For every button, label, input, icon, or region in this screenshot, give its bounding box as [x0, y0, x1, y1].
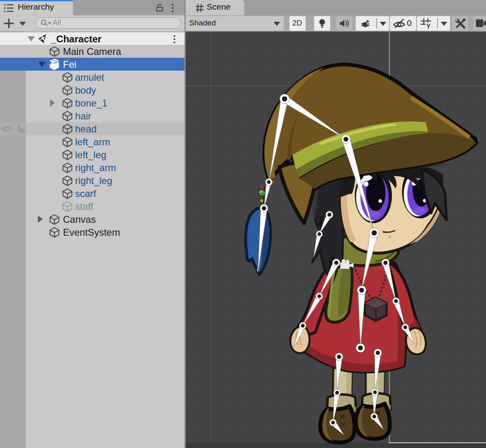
svg-text:Y: Y [426, 23, 431, 29]
